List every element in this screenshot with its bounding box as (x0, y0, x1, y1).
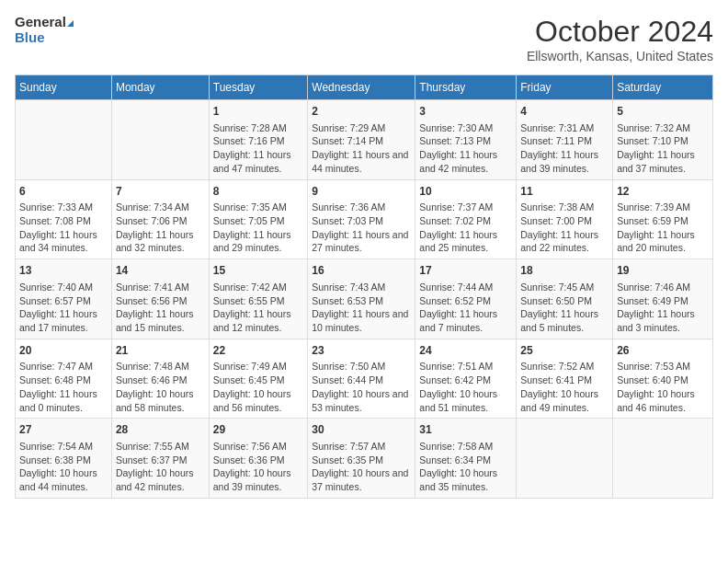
day-number: 27 (19, 422, 108, 438)
calendar-cell: 21Sunrise: 7:48 AM Sunset: 6:46 PM Dayli… (111, 339, 209, 419)
day-number: 16 (312, 263, 411, 279)
day-number: 22 (213, 343, 303, 359)
calendar-cell: 5Sunrise: 7:32 AM Sunset: 7:10 PM Daylig… (613, 100, 713, 180)
day-number: 26 (617, 343, 709, 359)
day-header-monday: Monday (111, 75, 209, 100)
calendar-header-row: SundayMondayTuesdayWednesdayThursdayFrid… (16, 75, 713, 100)
day-info: Sunrise: 7:40 AM Sunset: 6:57 PM Dayligh… (19, 281, 108, 335)
day-number: 17 (419, 263, 512, 279)
day-number: 4 (520, 104, 609, 120)
calendar-cell: 19Sunrise: 7:46 AM Sunset: 6:49 PM Dayli… (613, 259, 713, 339)
calendar-cell: 25Sunrise: 7:52 AM Sunset: 6:41 PM Dayli… (517, 339, 613, 419)
day-info: Sunrise: 7:47 AM Sunset: 6:48 PM Dayligh… (19, 360, 108, 414)
day-info: Sunrise: 7:52 AM Sunset: 6:41 PM Dayligh… (520, 360, 609, 414)
day-number: 13 (19, 263, 108, 279)
calendar-cell: 11Sunrise: 7:38 AM Sunset: 7:00 PM Dayli… (517, 179, 613, 259)
calendar-cell: 30Sunrise: 7:57 AM Sunset: 6:35 PM Dayli… (308, 419, 415, 499)
day-header-friday: Friday (517, 75, 613, 100)
day-info: Sunrise: 7:54 AM Sunset: 6:38 PM Dayligh… (19, 440, 108, 494)
day-number: 21 (116, 343, 205, 359)
day-number: 15 (213, 263, 303, 279)
day-number: 3 (419, 104, 512, 120)
day-info: Sunrise: 7:33 AM Sunset: 7:08 PM Dayligh… (19, 201, 108, 255)
day-number: 18 (520, 263, 609, 279)
day-number: 24 (419, 343, 512, 359)
day-info: Sunrise: 7:35 AM Sunset: 7:05 PM Dayligh… (213, 201, 303, 255)
calendar-cell: 12Sunrise: 7:39 AM Sunset: 6:59 PM Dayli… (613, 179, 713, 259)
day-info: Sunrise: 7:42 AM Sunset: 6:55 PM Dayligh… (213, 281, 303, 335)
calendar-cell: 24Sunrise: 7:51 AM Sunset: 6:42 PM Dayli… (415, 339, 517, 419)
calendar-cell: 27Sunrise: 7:54 AM Sunset: 6:38 PM Dayli… (16, 419, 112, 499)
calendar-week-row: 27Sunrise: 7:54 AM Sunset: 6:38 PM Dayli… (16, 419, 713, 499)
day-info: Sunrise: 7:48 AM Sunset: 6:46 PM Dayligh… (116, 360, 205, 414)
day-info: Sunrise: 7:57 AM Sunset: 6:35 PM Dayligh… (312, 440, 411, 494)
page-title: October 2024 (527, 15, 713, 49)
day-number: 30 (312, 422, 411, 438)
calendar-cell: 17Sunrise: 7:44 AM Sunset: 6:52 PM Dayli… (415, 259, 517, 339)
title-area: October 2024 Ellsworth, Kansas, United S… (527, 15, 713, 63)
day-number: 7 (116, 184, 205, 200)
calendar-cell: 7Sunrise: 7:34 AM Sunset: 7:06 PM Daylig… (111, 179, 209, 259)
calendar-table: SundayMondayTuesdayWednesdayThursdayFrid… (15, 75, 713, 499)
day-info: Sunrise: 7:56 AM Sunset: 6:36 PM Dayligh… (213, 440, 303, 494)
calendar-cell: 1Sunrise: 7:28 AM Sunset: 7:16 PM Daylig… (209, 100, 307, 180)
calendar-cell (517, 419, 613, 499)
day-info: Sunrise: 7:55 AM Sunset: 6:37 PM Dayligh… (116, 440, 205, 494)
day-number: 31 (419, 422, 512, 438)
calendar-cell: 3Sunrise: 7:30 AM Sunset: 7:13 PM Daylig… (415, 100, 517, 180)
day-header-sunday: Sunday (16, 75, 112, 100)
calendar-cell: 23Sunrise: 7:50 AM Sunset: 6:44 PM Dayli… (308, 339, 415, 419)
calendar-cell: 6Sunrise: 7:33 AM Sunset: 7:08 PM Daylig… (16, 179, 112, 259)
calendar-cell: 14Sunrise: 7:41 AM Sunset: 6:56 PM Dayli… (111, 259, 209, 339)
day-info: Sunrise: 7:30 AM Sunset: 7:13 PM Dayligh… (419, 121, 512, 176)
day-number: 2 (312, 104, 411, 120)
day-number: 1 (213, 104, 303, 120)
day-number: 5 (617, 104, 709, 120)
day-number: 28 (116, 422, 205, 438)
day-number: 23 (312, 343, 411, 359)
day-info: Sunrise: 7:51 AM Sunset: 6:42 PM Dayligh… (419, 360, 512, 414)
calendar-cell: 2Sunrise: 7:29 AM Sunset: 7:14 PM Daylig… (308, 100, 415, 180)
calendar-cell (111, 100, 209, 180)
day-info: Sunrise: 7:28 AM Sunset: 7:16 PM Dayligh… (213, 121, 303, 176)
day-number: 20 (19, 343, 108, 359)
day-info: Sunrise: 7:53 AM Sunset: 6:40 PM Dayligh… (617, 360, 709, 414)
calendar-week-row: 1Sunrise: 7:28 AM Sunset: 7:16 PM Daylig… (16, 100, 713, 180)
calendar-cell (613, 419, 713, 499)
calendar-cell: 9Sunrise: 7:36 AM Sunset: 7:03 PM Daylig… (308, 179, 415, 259)
calendar-cell (16, 100, 112, 180)
day-info: Sunrise: 7:41 AM Sunset: 6:56 PM Dayligh… (116, 281, 205, 335)
day-info: Sunrise: 7:34 AM Sunset: 7:06 PM Dayligh… (116, 201, 205, 255)
day-number: 6 (19, 184, 108, 200)
day-header-saturday: Saturday (613, 75, 713, 100)
calendar-cell: 10Sunrise: 7:37 AM Sunset: 7:02 PM Dayli… (415, 179, 517, 259)
page-subtitle: Ellsworth, Kansas, United States (527, 49, 713, 63)
day-info: Sunrise: 7:46 AM Sunset: 6:49 PM Dayligh… (617, 281, 709, 335)
day-number: 29 (213, 422, 303, 438)
day-number: 14 (116, 263, 205, 279)
day-info: Sunrise: 7:45 AM Sunset: 6:50 PM Dayligh… (520, 281, 609, 335)
calendar-cell: 8Sunrise: 7:35 AM Sunset: 7:05 PM Daylig… (209, 179, 307, 259)
logo-blue: Blue (15, 30, 74, 46)
day-number: 12 (617, 184, 709, 200)
day-info: Sunrise: 7:31 AM Sunset: 7:11 PM Dayligh… (520, 121, 609, 176)
day-number: 10 (419, 184, 512, 200)
day-info: Sunrise: 7:32 AM Sunset: 7:10 PM Dayligh… (617, 121, 709, 176)
calendar-cell: 29Sunrise: 7:56 AM Sunset: 6:36 PM Dayli… (209, 419, 307, 499)
day-header-thursday: Thursday (415, 75, 517, 100)
day-info: Sunrise: 7:43 AM Sunset: 6:53 PM Dayligh… (312, 281, 411, 335)
day-number: 25 (520, 343, 609, 359)
calendar-cell: 28Sunrise: 7:55 AM Sunset: 6:37 PM Dayli… (111, 419, 209, 499)
calendar-week-row: 13Sunrise: 7:40 AM Sunset: 6:57 PM Dayli… (16, 259, 713, 339)
day-info: Sunrise: 7:37 AM Sunset: 7:02 PM Dayligh… (419, 201, 512, 255)
calendar-cell: 15Sunrise: 7:42 AM Sunset: 6:55 PM Dayli… (209, 259, 307, 339)
calendar-cell: 22Sunrise: 7:49 AM Sunset: 6:45 PM Dayli… (209, 339, 307, 419)
day-info: Sunrise: 7:36 AM Sunset: 7:03 PM Dayligh… (312, 201, 411, 255)
calendar-cell: 20Sunrise: 7:47 AM Sunset: 6:48 PM Dayli… (16, 339, 112, 419)
day-header-tuesday: Tuesday (209, 75, 307, 100)
day-info: Sunrise: 7:58 AM Sunset: 6:34 PM Dayligh… (419, 440, 512, 494)
logo: General Blue (15, 15, 74, 45)
day-info: Sunrise: 7:29 AM Sunset: 7:14 PM Dayligh… (312, 121, 411, 176)
day-info: Sunrise: 7:44 AM Sunset: 6:52 PM Dayligh… (419, 281, 512, 335)
day-info: Sunrise: 7:39 AM Sunset: 6:59 PM Dayligh… (617, 201, 709, 255)
